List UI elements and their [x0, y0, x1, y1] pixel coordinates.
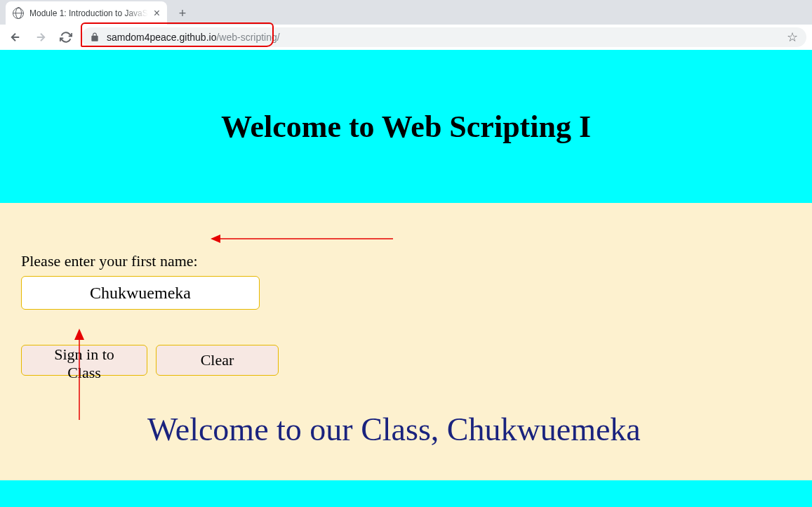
signin-button[interactable]: Sign in to Class — [21, 345, 147, 376]
welcome-message: Welcome to our Class, Chukwuemeka — [147, 411, 791, 448]
new-tab-button[interactable]: + — [173, 4, 192, 23]
forward-button[interactable] — [31, 27, 51, 47]
url-text: samdom4peace.github.io/web-scripting/ — [107, 32, 780, 43]
close-icon[interactable]: × — [154, 8, 160, 19]
lock-icon — [90, 32, 100, 42]
bookmark-star-icon[interactable]: ☆ — [787, 29, 798, 45]
banner: Welcome to Web Scripting I — [0, 50, 812, 203]
name-input[interactable] — [21, 276, 260, 310]
globe-icon — [13, 8, 24, 19]
url-domain: samdom4peace.github.io — [107, 32, 216, 43]
browser-chrome: Module 1: Introduction to JavaSc × + sam… — [0, 0, 812, 50]
page-title: Welcome to Web Scripting I — [221, 109, 591, 145]
tab-title: Module 1: Introduction to JavaSc — [29, 8, 148, 18]
reload-button[interactable] — [56, 27, 76, 47]
name-label: Please enter your first name: — [21, 252, 791, 270]
button-row: Sign in to Class Clear — [21, 345, 791, 376]
clear-button[interactable]: Clear — [156, 345, 279, 376]
form-area: Please enter your first name: Sign in to… — [0, 203, 812, 480]
bottom-strip — [0, 480, 812, 507]
browser-tab[interactable]: Module 1: Introduction to JavaSc × — [6, 1, 167, 25]
url-path: /web-scripting/ — [216, 32, 279, 43]
address-bar[interactable]: samdom4peace.github.io/web-scripting/ ☆ — [81, 27, 806, 47]
page-content: Welcome to Web Scripting I Please enter … — [0, 50, 812, 507]
back-button[interactable] — [6, 27, 25, 47]
tab-bar: Module 1: Introduction to JavaSc × + — [0, 0, 812, 25]
address-row: samdom4peace.github.io/web-scripting/ ☆ — [0, 25, 812, 50]
